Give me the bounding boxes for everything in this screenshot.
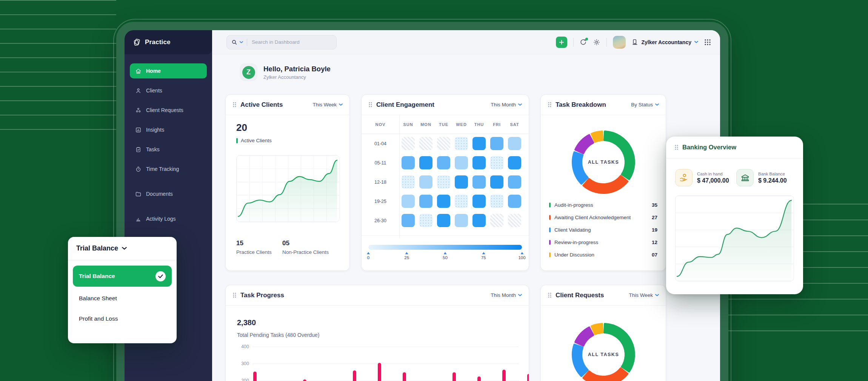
heatmap-cell-level-4 [472,156,486,169]
heatmap-cell-level-1 [455,137,468,150]
card-title: Task Breakdown [556,101,627,109]
chevron-down-icon [655,294,659,297]
legend-row: Client Validating19 [549,224,657,236]
heatmap-cell-level-2 [455,156,468,169]
report-option-trial-balance[interactable]: Trial Balance [73,266,172,287]
refresh-icon[interactable] [580,38,587,46]
heatmap-cell-level-4 [455,175,468,189]
client-requests-filter[interactable]: This Week [629,292,659,298]
chevron-down-icon [518,103,522,106]
donut-segment [592,324,603,334]
activity-icon [135,216,142,222]
org-switcher[interactable]: Zylker Accountancy [632,39,698,45]
week-range-label: 19-25 [362,199,399,204]
heatmap-legend: 0255075100 [362,235,529,265]
sidebar-item-clients[interactable]: Clients [130,83,207,98]
chevron-down-icon [518,294,522,297]
report-switcher-popover: Trial Balance Trial BalanceBalance Sheet… [68,237,177,343]
task-bar [477,376,481,381]
heatmap-cell-level-2 [508,137,521,150]
donut-segment [592,132,603,142]
gridline [252,364,519,364]
y-axis-label: 400 [235,344,249,349]
report-switcher-trigger[interactable]: Trial Balance [68,237,177,260]
legend-marker [549,203,551,207]
topbar-divider [606,38,607,47]
donut-segment [576,135,593,153]
search-scope-chevron-icon[interactable] [240,41,243,43]
heatmap-cell-nodata [419,137,432,150]
y-axis-label: 200 [235,378,249,381]
client-engagement-card: Client Engagement This Month NOV SUNMONT… [361,94,529,271]
gridline [252,347,519,347]
drag-handle-icon[interactable] [232,102,237,108]
search-divider [247,38,247,46]
sidebar-item-home[interactable]: Home [130,63,207,78]
donut-segment [573,152,588,184]
sidebar-item-activity-logs[interactable]: Activity Logs [130,211,207,226]
legend-row: Audit-in-progress35 [549,199,657,211]
drag-handle-icon[interactable] [232,292,237,298]
settings-gear-icon[interactable] [593,38,600,46]
heatmap-cell-level-2 [455,214,468,227]
legend-tick: 100 [518,252,525,260]
week-range-label: 12-18 [362,180,399,185]
sidebar-item-tasks[interactable]: Tasks [130,142,207,157]
drag-handle-icon[interactable] [674,144,679,150]
search-box[interactable] [226,35,337,49]
task-bar [452,372,456,381]
task-progress-filter[interactable]: This Month [491,292,522,298]
org-logo-avatar: Z [240,63,257,81]
heatmap-cell-level-2 [402,195,415,208]
y-axis-label: 300 [235,361,249,366]
refresh-badge [585,38,588,40]
heatmap-cell-level-4 [508,156,521,169]
report-option-balance-sheet[interactable]: Balance Sheet [73,290,172,307]
task-breakdown-filter[interactable]: By Status [631,102,659,108]
sidebar-item-documents[interactable]: Documents [130,186,207,201]
heatmap-cell-level-1 [490,195,503,208]
task-bar [253,372,257,381]
heatmap-cell-nodata [437,137,450,150]
insights-icon [135,127,142,133]
heatmap-cell-level-1 [490,156,503,169]
folder-icon [135,191,142,197]
pending-tasks-total: 2,380 [237,318,256,327]
legend-tick: 75 [481,252,486,260]
heatmap-row: 05-11 [362,153,529,172]
heatmap-cell-level-3 [437,156,450,169]
legend-value: 07 [652,252,657,258]
practice-clients-stat: 15 Practice Clients [236,240,272,255]
task-bar [353,370,356,381]
legend-value: 27 [652,215,657,220]
chevron-down-icon [655,103,659,106]
add-button[interactable] [556,37,567,48]
week-range-label: 01-04 [362,141,399,146]
drag-handle-icon[interactable] [368,102,372,108]
card-title: Client Engagement [376,101,487,109]
legend-row: Under Discussion07 [549,249,657,261]
sidebar-item-label: Activity Logs [146,216,176,222]
sidebar-item-insights[interactable]: Insights [130,122,207,137]
heatmap-cell-level-4 [419,156,432,169]
apps-grid-icon[interactable] [704,39,711,46]
sidebar-item-client-requests[interactable]: Client Requests [130,103,207,118]
legend-marker [549,240,551,245]
day-label: FRI [488,122,506,127]
heatmap-cell-level-3 [508,195,521,208]
client-requests-card: Client Requests This Week ALL TASKS [540,285,666,381]
donut-segment [605,324,634,372]
sidebar-item-label: Insights [146,127,164,133]
drag-handle-icon[interactable] [548,102,552,108]
drag-handle-icon[interactable] [548,292,552,298]
search-input[interactable] [251,39,315,45]
user-avatar[interactable] [613,36,626,49]
sidebar-item-time-tracking[interactable]: Time Tracking [130,161,207,177]
donut-segment [573,344,588,376]
legend-label: Awaiting Client Acknowledgement [554,215,648,220]
legend-tick: 25 [404,252,409,260]
report-option-profit-and-loss[interactable]: Profit and Loss [73,310,172,327]
client-engagement-filter[interactable]: This Month [491,102,522,108]
active-clients-filter[interactable]: This Week [312,102,343,108]
report-option-label: Balance Sheet [79,295,117,302]
